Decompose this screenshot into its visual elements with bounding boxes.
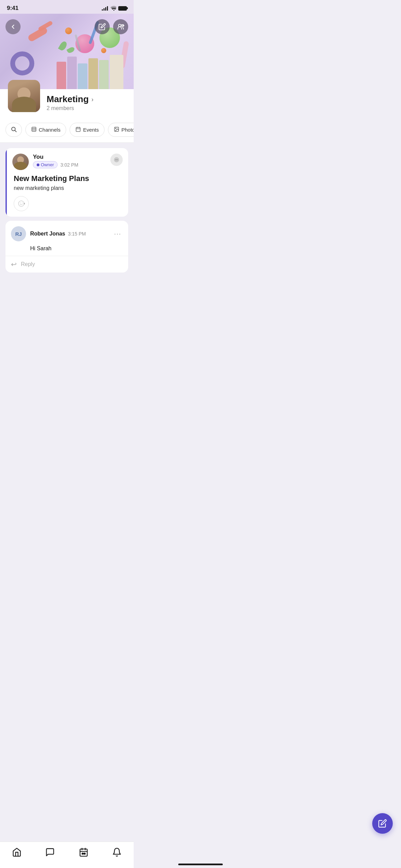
events-filter-button[interactable]: Events	[70, 123, 105, 137]
post-body: New Marketing Plans new marketing plans	[5, 174, 128, 217]
reply-time: 3:15 PM	[68, 231, 86, 237]
channels-filter-button[interactable]: Channels	[25, 123, 66, 137]
wifi-icon	[110, 6, 116, 11]
post-text: new marketing plans	[14, 185, 123, 191]
events-label: Events	[83, 127, 99, 133]
reply-author-row: Robert Jonas 3:15 PM	[30, 231, 109, 237]
status-icons	[102, 6, 127, 11]
deco-ribbon1	[27, 26, 48, 42]
svg-point-19	[117, 159, 118, 160]
edit-button[interactable]	[95, 19, 110, 34]
signal-bars-icon	[102, 6, 108, 11]
group-avatar-wrapper	[7, 79, 41, 113]
post-more-button[interactable]	[110, 154, 123, 166]
deco-books	[57, 55, 123, 89]
avatar-person-image	[8, 80, 40, 112]
owner-label: Owner	[41, 162, 54, 167]
svg-point-17	[115, 159, 116, 160]
svg-line-6	[15, 130, 16, 132]
reply-avatar-initials: RJ	[15, 231, 22, 237]
chevron-right-icon: ›	[92, 96, 94, 103]
svg-point-1	[119, 24, 121, 27]
events-icon	[75, 126, 81, 133]
reply-meta: Robert Jonas 3:15 PM	[30, 231, 109, 237]
reply-header: RJ Robert Jonas 3:15 PM ···	[5, 221, 128, 245]
profile-section: Marketing › 2 members	[0, 89, 134, 119]
filter-bar: Channels Events Photos	[0, 119, 134, 143]
svg-point-20	[19, 201, 24, 207]
svg-point-15	[116, 128, 116, 129]
svg-point-18	[116, 159, 117, 160]
svg-rect-10	[76, 128, 80, 132]
reply-placeholder[interactable]: Reply	[21, 261, 35, 267]
battery-icon	[118, 6, 127, 11]
members-count: 2 members	[47, 105, 94, 111]
deco-ring	[10, 51, 34, 75]
reply-input-row[interactable]: ↩ Reply	[5, 256, 128, 273]
deco-ball-orange2	[101, 48, 106, 53]
post-author-row: Owner 3:02 PM	[33, 161, 106, 168]
svg-point-22	[22, 203, 23, 203]
reply-text: Hi Sarah	[5, 245, 128, 256]
search-button[interactable]	[5, 123, 22, 137]
post-header: You Owner 3:02 PM	[5, 148, 128, 174]
add-members-button[interactable]	[113, 19, 128, 34]
svg-point-21	[20, 203, 21, 203]
deco-leaf2	[66, 46, 75, 54]
owner-badge: Owner	[33, 161, 58, 168]
reply-more-button[interactable]: ···	[113, 229, 123, 239]
header-actions	[95, 19, 128, 34]
status-bar: 9:41	[0, 0, 134, 14]
channels-icon	[31, 126, 37, 133]
post-author-name: You	[33, 154, 44, 160]
post-avatar-image	[12, 154, 29, 170]
group-avatar	[7, 79, 41, 113]
owner-dot-icon	[37, 164, 39, 166]
svg-point-0	[113, 10, 114, 11]
reply-author-avatar: RJ	[11, 226, 26, 241]
post-author-avatar	[12, 154, 29, 170]
main-content: You Owner 3:02 PM New Mark	[0, 143, 134, 280]
back-button[interactable]	[5, 19, 21, 34]
photos-label: Photos	[121, 127, 134, 133]
search-icon	[11, 126, 17, 133]
group-name: Marketing	[47, 94, 89, 105]
reply-icon: ↩	[11, 260, 17, 268]
reply-card: RJ Robert Jonas 3:15 PM ··· Hi Sarah ↩ R…	[5, 221, 128, 273]
svg-rect-7	[32, 127, 36, 131]
deco-ball-orange1	[65, 27, 72, 34]
emoji-add-button[interactable]	[14, 196, 29, 211]
post-card: You Owner 3:02 PM New Mark	[5, 148, 128, 217]
post-meta: You Owner 3:02 PM	[33, 154, 106, 168]
post-time: 3:02 PM	[60, 162, 78, 168]
status-time: 9:41	[7, 5, 19, 12]
channels-label: Channels	[39, 127, 60, 133]
photos-filter-button[interactable]: Photos	[108, 123, 134, 137]
photos-icon	[114, 126, 119, 133]
reply-author-name: Robert Jonas	[30, 231, 65, 237]
hero-banner	[0, 14, 134, 89]
post-title: New Marketing Plans	[14, 174, 123, 183]
profile-name-row[interactable]: Marketing ›	[47, 94, 94, 105]
profile-info: Marketing › 2 members	[47, 91, 94, 111]
